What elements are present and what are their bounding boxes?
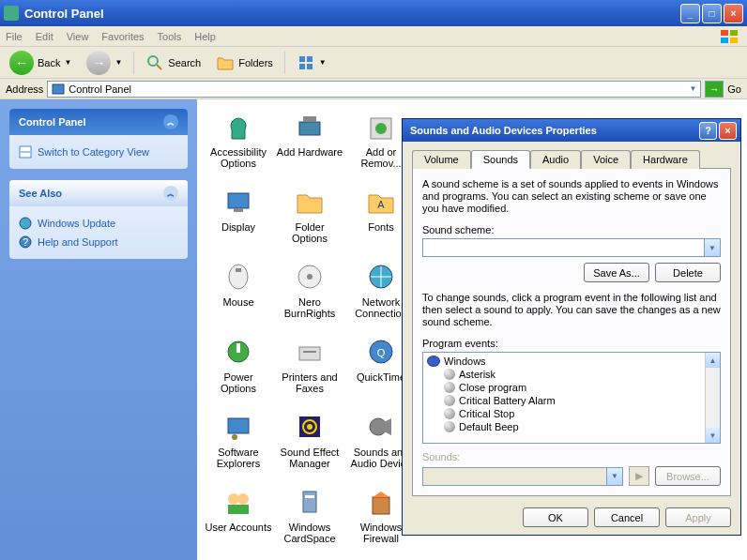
svg-point-22	[229, 265, 248, 289]
play-button: ▶	[629, 466, 649, 486]
svg-rect-2	[721, 38, 728, 43]
dialog-help-button[interactable]: ?	[699, 122, 717, 140]
icon-item[interactable]: Folder Options	[276, 186, 343, 244]
help-support-link[interactable]: ? Help and Support	[19, 233, 178, 251]
icon-item[interactable]: Nero BurnRights	[276, 261, 343, 319]
app-icon	[294, 336, 326, 368]
menu-file[interactable]: File	[6, 31, 23, 42]
menu-tools[interactable]: Tools	[158, 31, 182, 42]
icon-item[interactable]: Software Explorers	[205, 411, 272, 469]
tab-voice[interactable]: Voice	[581, 150, 631, 169]
close-button[interactable]: ×	[724, 4, 743, 23]
scroll-down-icon[interactable]: ▼	[706, 428, 720, 443]
collapse-icon[interactable]: ︽	[163, 114, 178, 129]
program-event-item[interactable]: Asterisk	[425, 368, 703, 381]
tab-audio[interactable]: Audio	[530, 150, 581, 169]
toolbar: ← Back ▼ → ▼ Search Folders ▼	[0, 47, 747, 79]
dropdown-icon: ▼	[606, 468, 622, 485]
icon-item[interactable]: Printers and Faxes	[276, 336, 343, 394]
event-label: Default Beep	[459, 421, 519, 432]
icon-item[interactable]: Add Hardware	[276, 111, 343, 169]
window-title: Control Panel	[24, 7, 680, 21]
forward-button[interactable]: → ▼	[83, 49, 126, 77]
icon-label: Nero BurnRights	[276, 296, 343, 319]
minimize-button[interactable]: _	[680, 4, 700, 23]
sounds-label: Sounds:	[422, 451, 721, 462]
collapse-icon[interactable]: ︽	[163, 186, 178, 201]
svg-rect-41	[228, 505, 249, 514]
link-label: Windows Update	[38, 218, 115, 229]
cancel-button[interactable]: Cancel	[594, 507, 660, 527]
menu-help[interactable]: Help	[194, 31, 216, 42]
link-label: Help and Support	[38, 236, 118, 248]
program-events-list[interactable]: WindowsAsteriskClose programCritical Bat…	[422, 352, 721, 444]
go-button[interactable]: →	[705, 81, 724, 98]
scroll-track[interactable]	[706, 368, 720, 428]
scrollbar[interactable]: ▲ ▼	[705, 353, 720, 443]
folders-button[interactable]: Folders	[212, 52, 277, 74]
program-event-item[interactable]: Windows	[425, 355, 703, 368]
scheme-combo[interactable]: ▼	[422, 238, 721, 257]
menu-edit[interactable]: Edit	[36, 31, 53, 42]
icon-item[interactable]: Windows CardSpace	[276, 486, 343, 544]
icon-item[interactable]: Mouse	[205, 261, 272, 319]
icon-label: Power Options	[205, 371, 272, 394]
sidebar: Control Panel ︽ Switch to Category View …	[0, 99, 197, 560]
program-event-item[interactable]: Close program	[425, 381, 703, 394]
program-event-item[interactable]: Default Beep	[425, 420, 703, 433]
forward-dropdown-icon[interactable]: ▼	[114, 58, 122, 67]
icon-label: User Accounts	[206, 522, 272, 533]
icon-label: Software Explorers	[205, 446, 272, 469]
switch-category-view-link[interactable]: Switch to Category View	[19, 143, 178, 161]
views-button[interactable]: ▼	[293, 52, 330, 74]
icon-item[interactable]: Accessibility Options	[205, 111, 272, 169]
address-input[interactable]: Control Panel ▼	[47, 81, 701, 98]
app-icon	[222, 336, 254, 368]
icon-item[interactable]: Sound Effect Manager	[276, 411, 343, 469]
svg-rect-0	[721, 30, 728, 36]
scroll-up-icon[interactable]: ▲	[706, 353, 720, 368]
tab-sounds[interactable]: Sounds	[471, 150, 530, 169]
event-label: Windows	[444, 356, 486, 367]
back-arrow-icon: ←	[9, 51, 34, 75]
maximize-button[interactable]: □	[702, 4, 722, 23]
dialog-titlebar: Sounds and Audio Devices Properties ? ×	[403, 119, 740, 142]
views-dropdown-icon[interactable]: ▼	[319, 58, 327, 67]
icon-label: Fonts	[368, 221, 394, 233]
windows-icon	[427, 356, 440, 367]
svg-rect-28	[236, 343, 240, 353]
tab-volume[interactable]: Volume	[412, 150, 471, 169]
sound-icon	[444, 369, 455, 380]
delete-button[interactable]: Delete	[655, 263, 721, 282]
svg-rect-30	[303, 351, 316, 353]
windows-update-link[interactable]: Windows Update	[19, 214, 178, 233]
sidebar-header-see-also[interactable]: See Also ︽	[9, 180, 188, 206]
switch-view-icon	[19, 145, 32, 159]
back-dropdown-icon[interactable]: ▼	[64, 58, 71, 67]
program-event-item[interactable]: Critical Stop	[425, 407, 703, 420]
events-label: Program events:	[422, 338, 721, 349]
app-icon	[294, 411, 326, 443]
svg-text:?: ?	[23, 236, 28, 248]
search-button[interactable]: Search	[142, 52, 205, 74]
back-button[interactable]: ← Back ▼	[6, 49, 75, 77]
icon-item[interactable]: Display	[205, 186, 272, 244]
dropdown-icon[interactable]: ▼	[704, 239, 720, 256]
menu-view[interactable]: View	[67, 31, 89, 42]
ok-button[interactable]: OK	[523, 507, 588, 527]
window-titlebar: Control Panel _ □ ×	[0, 0, 747, 26]
link-label: Switch to Category View	[38, 146, 149, 158]
dialog-close-button[interactable]: ×	[719, 122, 737, 140]
icon-label: QuickTime	[357, 371, 405, 383]
svg-text:A: A	[377, 199, 385, 210]
sidebar-header-control-panel[interactable]: Control Panel ︽	[9, 109, 188, 135]
address-dropdown-icon[interactable]: ▼	[689, 84, 696, 93]
icon-item[interactable]: User Accounts	[205, 486, 272, 544]
menu-favorites[interactable]: Favorites	[101, 31, 144, 42]
icon-item[interactable]: Power Options	[205, 336, 272, 394]
dialog-tabs: VolumeSoundsAudioVoiceHardware	[412, 149, 731, 169]
tab-hardware[interactable]: Hardware	[631, 150, 700, 169]
scheme-description: A sound scheme is a set of sounds applie…	[422, 178, 721, 215]
save-as-button[interactable]: Save As...	[584, 263, 649, 282]
program-event-item[interactable]: Critical Battery Alarm	[425, 394, 703, 407]
